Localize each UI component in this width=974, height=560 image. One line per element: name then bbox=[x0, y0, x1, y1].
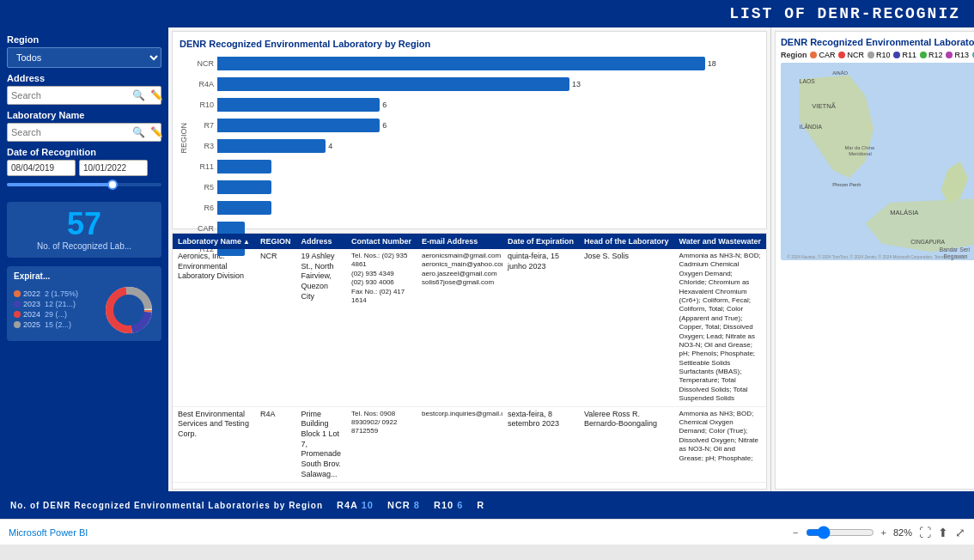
center-panel: DENR Recognized Environmental Laboratory… bbox=[168, 27, 770, 491]
bar-value: 13 bbox=[572, 80, 581, 88]
svg-text:CINGAPURA: CINGAPURA bbox=[910, 239, 945, 245]
data-table: Laboratory Name▲REGIONAddressContact Num… bbox=[173, 234, 766, 483]
svg-text:Mar da China: Mar da China bbox=[844, 145, 874, 150]
page-title: LIST OF DENR-RECOGNIZ bbox=[729, 5, 960, 22]
exp-val: 12 (21...) bbox=[45, 300, 76, 308]
exp-year: 2024 bbox=[23, 310, 40, 319]
fullscreen-icon[interactable]: ⛶ bbox=[919, 526, 931, 539]
labname-edit-icon[interactable]: ✏️ bbox=[148, 125, 166, 139]
expiration-donut-chart bbox=[103, 284, 155, 336]
table-header-row: Laboratory Name▲REGIONAddressContact Num… bbox=[173, 234, 766, 249]
table-column-header[interactable]: Address bbox=[295, 234, 346, 249]
share-icon[interactable]: ⬆ bbox=[938, 526, 948, 539]
bar-row: R10 6 bbox=[190, 95, 759, 114]
table-body: Aeronics, Inc. Environmental Laboratory … bbox=[173, 249, 766, 483]
slider-track bbox=[7, 183, 161, 186]
bar-row: R5 bbox=[190, 178, 759, 197]
table-column-header[interactable]: Laboratory Name▲ bbox=[173, 234, 255, 249]
exp-val: 29 (...) bbox=[45, 310, 67, 319]
table-column-header[interactable]: REGION bbox=[255, 234, 296, 249]
exp-legend: 2022 2 (1.75%) 2023 12 (21...) 2024 29 (… bbox=[14, 289, 98, 331]
map-legend-dot bbox=[946, 52, 953, 58]
bar-label: CAR bbox=[190, 224, 217, 233]
map-legend-label: NCR bbox=[847, 51, 864, 59]
date-range-row bbox=[7, 160, 161, 176]
bottom-stat-r10: R10 6 bbox=[434, 500, 463, 510]
date-from-input[interactable] bbox=[7, 160, 76, 176]
exp-legend-item: 2023 12 (21...) bbox=[14, 300, 98, 308]
bottom-stat-ncr: NCR 8 bbox=[387, 500, 420, 510]
table-cell: Prime Building Block 1 Lot 7, Promenade … bbox=[295, 406, 346, 483]
address-search-icon[interactable]: 🔍 bbox=[130, 88, 148, 102]
map-legend-dot bbox=[867, 52, 874, 58]
map-legend-dot bbox=[810, 52, 817, 58]
table-column-header[interactable]: Date of Expiration bbox=[502, 234, 579, 249]
date-to-input[interactable] bbox=[79, 160, 148, 176]
table-column-header[interactable]: Contact Number bbox=[346, 234, 417, 249]
table-cell: Valeree Ross R. Bernardo-Boongaling bbox=[579, 406, 674, 483]
exp-year: 2023 bbox=[23, 300, 40, 308]
table-cell: sexta-feira, 8 setembro 2023 bbox=[502, 406, 579, 483]
table-column-header[interactable]: Head of the Laboratory bbox=[579, 234, 674, 249]
powerbi-link[interactable]: Microsoft Power BI bbox=[9, 527, 88, 538]
bar-chart-title: DENR Recognized Environmental Laboratory… bbox=[180, 39, 759, 49]
bar-chart-rows: NCR 18 R4A 13 R10 6 R7 6 R3 4 R11 bbox=[190, 54, 759, 260]
table-cell: bestcorp.inquiries@gmail.com bbox=[417, 406, 502, 483]
footer-controls: − + 82% ⛶ ⬆ ⤢ bbox=[793, 526, 965, 539]
map-legend-dot bbox=[920, 52, 927, 58]
map-legend: Region CAR NCR R10 R11 R12 R13 R3 R4A R5 bbox=[781, 51, 974, 59]
table-row: Best Environmental Services and Testing … bbox=[173, 406, 766, 483]
map-legend-dot bbox=[838, 52, 845, 58]
labname-search-icon[interactable]: 🔍 bbox=[130, 125, 148, 139]
count-label: No. of Recognized Lab... bbox=[14, 241, 155, 251]
bar-value: 6 bbox=[382, 100, 387, 109]
zoom-slider[interactable] bbox=[806, 526, 874, 539]
table-column-header[interactable]: E-mail Address bbox=[417, 234, 502, 249]
expiration-section: Expirat... 2022 2 (1.75%) 2023 12 (21...… bbox=[7, 266, 161, 341]
labname-filter: Laboratory Name 🔍 ✏️ bbox=[7, 110, 161, 142]
svg-text:© 2024 Navintu, © 2024 TomTom,: © 2024 Navintu, © 2024 TomTom, © 2024 Ze… bbox=[787, 254, 947, 259]
bar-chart-section: DENR Recognized Environmental Laboratory… bbox=[172, 31, 767, 229]
date-filter: Date of Recognition bbox=[7, 147, 161, 193]
address-edit-icon[interactable]: ✏️ bbox=[148, 88, 166, 102]
region-select[interactable]: Todos bbox=[7, 47, 161, 68]
bar-label: NCR bbox=[190, 59, 217, 68]
address-search-input[interactable] bbox=[11, 90, 130, 100]
map-svg: VIETNÃ LAOS AINÃO ILÂNDIA Mar da China M… bbox=[781, 63, 974, 260]
map-legend-label: R10 bbox=[876, 51, 891, 59]
map-legend-label: R13 bbox=[954, 51, 969, 59]
left-filter-panel: Region Todos Address 🔍 ✏️ Laboratory Nam… bbox=[0, 27, 168, 491]
table-cell: Tel. Nos: 0908 8930902/ 0922 8712559 bbox=[346, 406, 417, 483]
labname-search-input[interactable] bbox=[11, 127, 130, 137]
svg-text:AINÃO: AINÃO bbox=[832, 70, 848, 76]
exp-dot bbox=[14, 321, 21, 328]
map-legend-item: R12 bbox=[920, 51, 943, 59]
bar-fill bbox=[217, 119, 380, 132]
table-row: Aeronics, Inc. Environmental Laboratory … bbox=[173, 249, 766, 406]
bar-fill bbox=[217, 98, 380, 112]
expand-icon[interactable]: ⤢ bbox=[955, 526, 965, 539]
bar-fill bbox=[217, 139, 326, 153]
table-cell: Ammonia as NH3-N; BOD; Cadmium Chemical … bbox=[674, 249, 766, 406]
bar-label: R11 bbox=[190, 162, 217, 171]
bar-row: NCR 18 bbox=[190, 54, 759, 73]
zoom-minus[interactable]: − bbox=[793, 527, 798, 538]
exp-chart-area: 2022 2 (1.75%) 2023 12 (21...) 2024 29 (… bbox=[14, 284, 155, 336]
table-cell: Best Environmental Services and Testing … bbox=[173, 406, 255, 483]
bottom-stats: R4A 10 NCR 8 R10 6 R bbox=[337, 500, 484, 510]
bottom-stat-r: R bbox=[477, 500, 484, 510]
exp-legend-item: 2022 2 (1.75%) bbox=[14, 289, 98, 298]
zoom-plus[interactable]: + bbox=[881, 527, 886, 538]
exp-dot bbox=[14, 311, 21, 318]
map-container[interactable]: VIETNÃ LAOS AINÃO ILÂNDIA Mar da China M… bbox=[781, 63, 974, 260]
footer-bar: Microsoft Power BI − + 82% ⛶ ⬆ ⤢ bbox=[0, 519, 974, 545]
date-slider[interactable] bbox=[7, 183, 161, 186]
slider-thumb[interactable] bbox=[107, 180, 118, 190]
bar-label: R4A bbox=[190, 80, 217, 88]
exp-year: 2025 bbox=[23, 320, 40, 329]
exp-dot bbox=[14, 301, 21, 307]
table-column-header[interactable]: Water and Wastewater bbox=[674, 234, 766, 249]
exp-year: 2022 bbox=[23, 289, 40, 298]
table-cell: Jose S. Solis bbox=[579, 249, 674, 406]
bar-fill bbox=[217, 57, 705, 70]
